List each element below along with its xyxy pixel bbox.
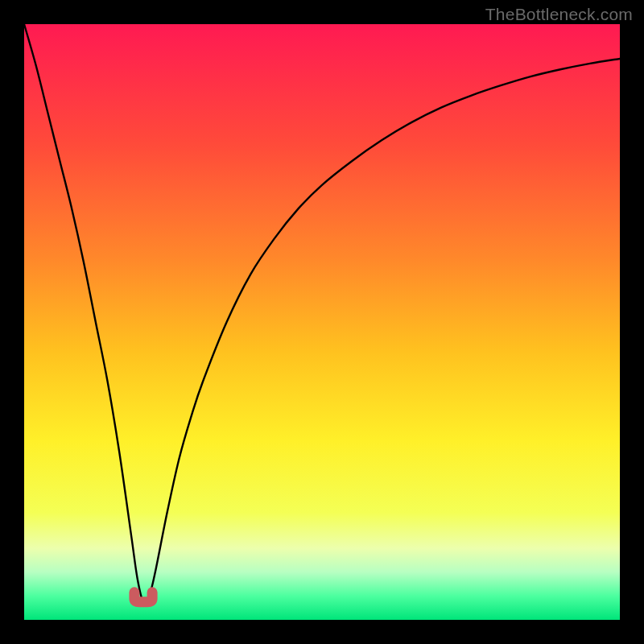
watermark-text: TheBottleneck.com (485, 5, 633, 24)
plot-area (24, 24, 620, 620)
chart-frame: TheBottleneck.com (0, 0, 644, 644)
bottleneck-curve (24, 24, 620, 620)
